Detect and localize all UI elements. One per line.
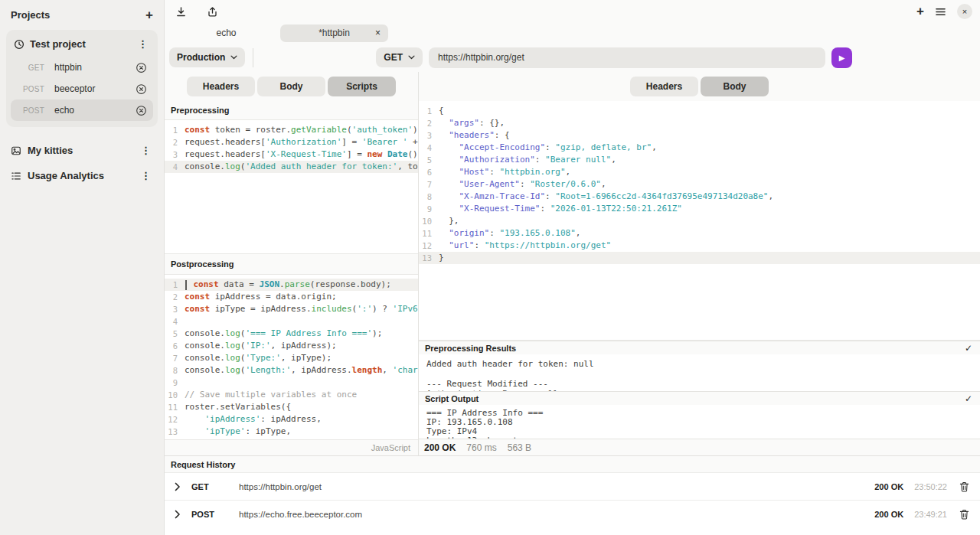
project-header[interactable]: Test project ⋮ — [11, 34, 153, 57]
main-area: + × echo *httpbin × Production GET — [165, 0, 980, 535]
tab-response-body[interactable]: Body — [701, 77, 769, 96]
request-method-label: POST — [20, 85, 44, 93]
sidebar-request-echo[interactable]: POSTecho — [11, 99, 153, 121]
code-line: 2 "args": {}, — [419, 117, 980, 129]
code-line: 11roster.setVariables({ — [165, 401, 418, 413]
history-url: https://httpbin.org/get — [239, 482, 874, 491]
line-number: 3 — [165, 148, 185, 161]
code-line: 7console.log('Type:', ipType); — [165, 352, 418, 364]
response-body-editor[interactable]: 1{2 "args": {},3 "headers": {4 "Accept-E… — [419, 101, 980, 341]
history-row[interactable]: POSThttps://echo.free.beeceptor.com200 O… — [165, 500, 980, 527]
tab-httpbin[interactable]: *httpbin × — [280, 24, 388, 42]
sidebar-request-beeceptor[interactable]: POSTbeeceptor — [11, 78, 153, 99]
code-line: 1{ — [419, 105, 980, 117]
code-line: 2request.headers['Authorization'] = 'Bea… — [165, 136, 418, 148]
tab-response-headers[interactable]: Headers — [630, 77, 698, 96]
add-project-icon[interactable]: + — [145, 10, 153, 21]
postprocessing-editor[interactable]: 1const data = JSON.parse(response.body);… — [165, 274, 418, 440]
chevron-down-icon — [408, 55, 415, 60]
postprocessing-label: Postprocessing — [165, 254, 418, 274]
usage-analytics-menu-icon[interactable]: ⋮ — [139, 170, 153, 181]
line-number: 2 — [165, 291, 185, 303]
line-number: 8 — [165, 364, 185, 377]
remove-request-icon[interactable] — [136, 62, 147, 73]
code-line: 4console.log('Added auth header for toke… — [165, 161, 418, 173]
code-line: 12 "url": "https://httpbin.org/get" — [419, 240, 980, 252]
code-line: 3request.headers['X-Request-Time'] = new… — [165, 148, 418, 161]
line-number: 10 — [419, 215, 439, 227]
request-method-label: GET — [20, 64, 44, 72]
tab-scripts[interactable]: Scripts — [328, 77, 396, 96]
line-number: 3 — [419, 129, 439, 142]
trash-icon[interactable] — [959, 481, 969, 492]
new-tab-icon[interactable]: + — [916, 6, 924, 17]
code-line: 6console.log('IP:', ipAddress); — [165, 340, 418, 352]
preprocessing-results-title: Preprocessing Results — [425, 344, 516, 353]
code-line: 3const ipType = ipAddress.includes(':') … — [165, 303, 418, 315]
request-history: Request History GEThttps://httpbin.org/g… — [165, 455, 980, 535]
sidebar-header: Projects + — [6, 6, 158, 30]
line-number: 13 — [165, 426, 185, 438]
line-number: 11 — [419, 227, 439, 240]
history-row[interactable]: GEThttps://httpbin.org/get200 OK23:50:22 — [165, 472, 980, 500]
tab-headers[interactable]: Headers — [187, 77, 255, 96]
sidebar-title: Projects — [11, 9, 50, 21]
preprocessing-results-text: Added auth header for token: null --- Re… — [419, 354, 980, 391]
environment-dropdown[interactable]: Production — [169, 47, 245, 67]
code-line: 5console.log('=== IP Address Info ==='); — [165, 328, 418, 340]
status-time: 760 ms — [466, 442, 496, 453]
sidebar-section-label: Usage Analytics — [28, 170, 132, 181]
line-number: 11 — [165, 401, 185, 413]
send-button[interactable]: ▶ — [831, 47, 852, 68]
response-panel-tabs: Headers Body — [419, 72, 980, 101]
divider — [253, 48, 253, 67]
line-number: 3 — [165, 303, 185, 315]
script-output-header: Script Output ✓ — [419, 391, 980, 405]
tab-body[interactable]: Body — [257, 77, 325, 96]
request-name-label: httpbin — [54, 62, 136, 73]
sidebar-item-usage-analytics[interactable]: Usage Analytics ⋮ — [6, 163, 158, 188]
remove-request-icon[interactable] — [136, 83, 147, 95]
history-url: https://echo.free.beeceptor.com — [239, 510, 874, 519]
code-line: 4 — [165, 315, 418, 328]
code-line: 13} — [419, 252, 980, 264]
script-output-title: Script Output — [425, 394, 479, 403]
project-menu-icon[interactable]: ⋮ — [136, 38, 150, 50]
trash-icon[interactable] — [959, 509, 969, 520]
my-kitties-menu-icon[interactable]: ⋮ — [139, 145, 153, 156]
chevron-right-icon[interactable] — [174, 482, 181, 491]
code-line: 5 "Authorization": "Bearer null", — [419, 154, 980, 166]
code-line: 13 'ipType': ipType, — [165, 426, 418, 438]
history-rows: GEThttps://httpbin.org/get200 OK23:50:22… — [165, 472, 980, 527]
line-number: 2 — [165, 136, 185, 148]
code-line: 7 "User-Agent": "Roster/0.6.0", — [419, 178, 980, 191]
request-panel: Headers Body Scripts Preprocessing 1cons… — [165, 72, 419, 455]
import-icon[interactable] — [175, 6, 187, 18]
code-line: 9 "X-Request-Time": "2026-01-13T22:50:21… — [419, 203, 980, 215]
menu-icon[interactable] — [935, 7, 946, 17]
sidebar-item-my-kitties[interactable]: My kitties ⋮ — [6, 138, 158, 163]
project-name: Test project — [30, 38, 130, 50]
url-input[interactable] — [429, 47, 825, 68]
preprocessing-editor[interactable]: 1const token = roster.getVariable('auth_… — [165, 119, 418, 254]
sidebar-request-httpbin[interactable]: GEThttpbin — [11, 57, 153, 78]
close-tab-icon[interactable]: × — [375, 29, 381, 37]
export-share-icon[interactable] — [207, 6, 218, 18]
remove-request-icon[interactable] — [136, 105, 147, 116]
code-line: 1const token = roster.getVariable('auth_… — [165, 124, 418, 136]
preprocessing-label: Preprocessing — [165, 101, 418, 119]
tab-echo[interactable]: echo — [172, 24, 280, 42]
history-time: 23:50:22 — [914, 482, 947, 491]
close-window-icon[interactable]: × — [957, 4, 972, 19]
sidebar: Projects + Test project ⋮ GEThttpbinPOST… — [0, 0, 165, 535]
history-status: 200 OK — [874, 482, 903, 491]
chevron-right-icon[interactable] — [174, 510, 181, 519]
script-output-body: === IP Address Info === IP: 193.165.0.10… — [419, 405, 980, 439]
code-line: 9 — [165, 377, 418, 389]
list-icon — [11, 171, 21, 181]
code-line: 3 "headers": { — [419, 129, 980, 142]
history-method: GET — [191, 482, 224, 491]
line-number: 13 — [419, 252, 439, 264]
method-dropdown[interactable]: GET — [376, 47, 423, 67]
code-line: 8console.log('Length:', ipAddress.length… — [165, 364, 418, 377]
